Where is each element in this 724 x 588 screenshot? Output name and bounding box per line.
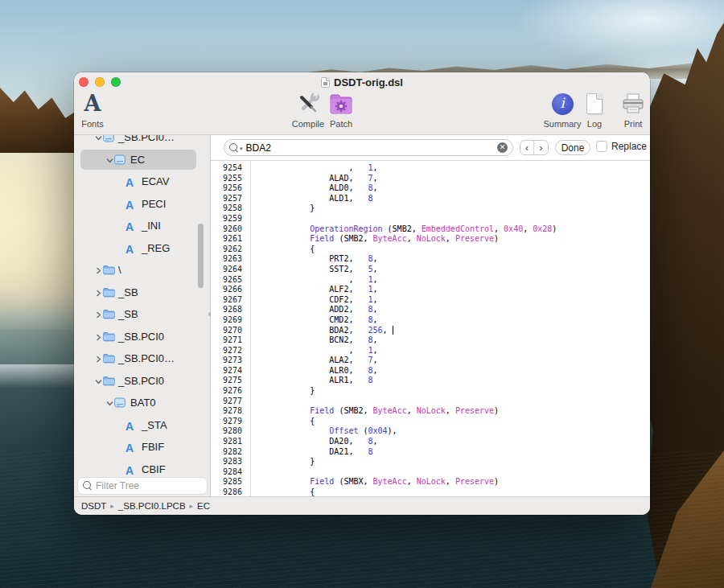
toolbar-patch[interactable]: Patch xyxy=(313,90,369,129)
code-line[interactable]: 9255 ALAD, 7, xyxy=(211,174,650,184)
tree-item-_ini[interactable]: A_INI xyxy=(74,215,211,236)
tree-item-label: _STA xyxy=(142,419,167,431)
replace-checkbox[interactable] xyxy=(596,141,607,152)
code-line[interactable]: 9275 ALR1, 8 xyxy=(211,376,650,386)
code-line[interactable]: 9279 { xyxy=(211,417,650,427)
code-line[interactable]: 9267 CDF2, 1, xyxy=(211,295,650,306)
desktop: DSDT-orig.dsl A Fonts Compile xyxy=(0,0,724,588)
find-next-button[interactable]: › xyxy=(534,141,548,154)
code-line[interactable]: 9277 xyxy=(211,397,650,407)
filter-tree-field[interactable] xyxy=(77,477,208,495)
code-line[interactable]: 9273 ALA2, 7, xyxy=(211,356,650,366)
titlebar-toolbar: DSDT-orig.dsl A Fonts Compile xyxy=(74,72,650,135)
toolbar-fonts[interactable]: A Fonts xyxy=(74,90,121,129)
code-line[interactable]: 9280 Offset (0x04), xyxy=(211,426,650,437)
done-button[interactable]: Done xyxy=(555,140,590,155)
disclosure-right-icon[interactable] xyxy=(95,356,101,361)
disclosure-right-icon[interactable] xyxy=(95,334,101,339)
disclosure-down-icon[interactable] xyxy=(106,157,112,162)
search-scope-chevron-icon[interactable]: ▾ xyxy=(240,146,243,152)
toolbar-print[interactable]: Print xyxy=(605,90,650,129)
code-line[interactable]: 9264 SST2, 5, xyxy=(211,265,650,275)
tree-item-fbif[interactable]: AFBIF xyxy=(74,436,211,458)
tree-item-_sbpci0[interactable]: _SB.PCI0 xyxy=(74,326,211,347)
code-line[interactable]: 9269 CMD2, 8, xyxy=(211,315,650,326)
tree-item-ec[interactable]: EC xyxy=(74,149,211,171)
code-line[interactable]: 9254 , 1, xyxy=(211,163,650,174)
code-text: Offset (0x04), xyxy=(246,426,397,437)
navigation-tree-sidebar[interactable]: _SB.PCI0…ECAECAVAPECIA_INIA_REG\_SB_SB_S… xyxy=(74,135,211,496)
code-line[interactable]: 9274 ALR0, 8, xyxy=(211,366,650,376)
tree-item-_reg[interactable]: A_REG xyxy=(74,237,211,259)
code-line[interactable]: 9272 , 1, xyxy=(211,346,650,356)
code-line[interactable]: 9266 ALF2, 1, xyxy=(211,285,650,295)
code-line[interactable]: 9281 DA20, 8, xyxy=(211,437,650,447)
code-line[interactable]: 9260 OperationRegion (SMB2, EmbeddedCont… xyxy=(211,224,650,235)
document-proxy-icon[interactable] xyxy=(321,77,330,88)
code-text: ALA2, 7, xyxy=(246,356,378,366)
tree-item-_sbpci0[interactable]: _SB.PCI0… xyxy=(74,135,211,148)
tree-item-label: _SB xyxy=(118,308,138,320)
code-line[interactable]: 9278 Field (SMB2, ByteAcc, NoLock, Prese… xyxy=(211,406,650,417)
code-line[interactable]: 9284 xyxy=(211,467,650,478)
code-line[interactable]: 9285 Field (SMBX, ByteAcc, NoLock, Prese… xyxy=(211,477,650,487)
disclosure-down-icon[interactable] xyxy=(95,135,101,140)
code-line[interactable]: 9286 { xyxy=(211,487,650,496)
code-text: Field (SMB2, ByteAcc, NoLock, Preserve) xyxy=(246,406,499,417)
code-line[interactable]: 9271 BCN2, 8, xyxy=(211,335,650,346)
line-number: 9258 xyxy=(211,204,246,214)
code-line[interactable]: 9263 PRT2, 8, xyxy=(211,254,650,265)
tree-item-_sbpci0[interactable]: _SB.PCI0… xyxy=(74,347,211,369)
tree-item-[interactable]: \ xyxy=(74,259,211,281)
line-number: 9263 xyxy=(211,254,246,265)
code-line[interactable]: 9259 xyxy=(211,214,650,224)
find-previous-button[interactable]: ‹ xyxy=(520,141,534,154)
code-text: } xyxy=(246,204,315,214)
code-line[interactable]: 9256 ALD0, 8, xyxy=(211,183,650,194)
code-line[interactable]: 9257 ALD1, 8 xyxy=(211,194,650,204)
breadcrumb-item[interactable]: _SB.PCI0.LPCB xyxy=(118,501,186,511)
code-line[interactable]: 9276 } xyxy=(211,386,650,397)
clear-search-icon[interactable]: ✕ xyxy=(497,142,508,153)
text-cursor xyxy=(393,326,393,335)
method-icon: A xyxy=(125,441,138,452)
code-line[interactable]: 9258 } xyxy=(211,204,650,214)
code-text: , 1, xyxy=(246,275,378,286)
disclosure-right-icon[interactable] xyxy=(95,290,101,295)
method-a-icon: A xyxy=(125,243,134,256)
tree-item-_sb[interactable]: _SB xyxy=(74,282,211,303)
disclosure-right-icon[interactable] xyxy=(95,267,101,273)
disclosure-down-icon[interactable] xyxy=(106,400,112,405)
tree-item-ecav[interactable]: AECAV xyxy=(74,171,211,192)
line-number: 9280 xyxy=(211,426,246,437)
code-editor[interactable]: 9254 , 1,9255 ALAD, 7,9256 ALD0, 8,9257 … xyxy=(211,161,650,496)
tree-item-bat0[interactable]: BAT0 xyxy=(74,392,211,413)
code-line[interactable]: 9270 BDA2, 256, xyxy=(211,326,650,336)
disclosure-right-icon[interactable] xyxy=(95,311,101,317)
patch-label: Patch xyxy=(330,119,352,129)
code-line[interactable]: 9262 { xyxy=(211,245,650,255)
code-line[interactable]: 9268 ADD2, 8, xyxy=(211,305,650,315)
code-line[interactable]: 9282 DA21, 8 xyxy=(211,447,650,458)
search-icon[interactable] xyxy=(229,143,239,153)
sidebar-scrollbar[interactable] xyxy=(198,224,204,288)
line-number: 9282 xyxy=(211,447,246,458)
search-input[interactable] xyxy=(246,142,497,154)
tree-item-_sta[interactable]: A_STA xyxy=(74,414,211,436)
folder-icon xyxy=(103,352,115,364)
filter-tree-input[interactable] xyxy=(96,480,211,491)
tree-item-peci[interactable]: APECI xyxy=(74,193,211,215)
code-line[interactable]: 9261 Field (SMB2, ByteAcc, NoLock, Prese… xyxy=(211,234,650,245)
disclosure-down-icon[interactable] xyxy=(95,378,101,384)
line-number: 9285 xyxy=(211,477,246,487)
breadcrumb-item[interactable]: EC xyxy=(197,501,210,511)
title-area: DSDT-orig.dsl xyxy=(74,75,650,89)
code-line[interactable]: 9283 } xyxy=(211,457,650,467)
tree-item-_sb[interactable]: _SB xyxy=(74,303,211,325)
line-number: 9274 xyxy=(211,366,246,376)
search-field[interactable]: ▾ ✕ xyxy=(224,139,513,156)
breadcrumb-item[interactable]: DSDT xyxy=(81,501,106,511)
code-lines[interactable]: 9254 , 1,9255 ALAD, 7,9256 ALD0, 8,9257 … xyxy=(211,163,650,496)
code-line[interactable]: 9265 , 1, xyxy=(211,275,650,286)
tree-item-_sbpci0[interactable]: _SB.PCI0 xyxy=(74,370,211,392)
